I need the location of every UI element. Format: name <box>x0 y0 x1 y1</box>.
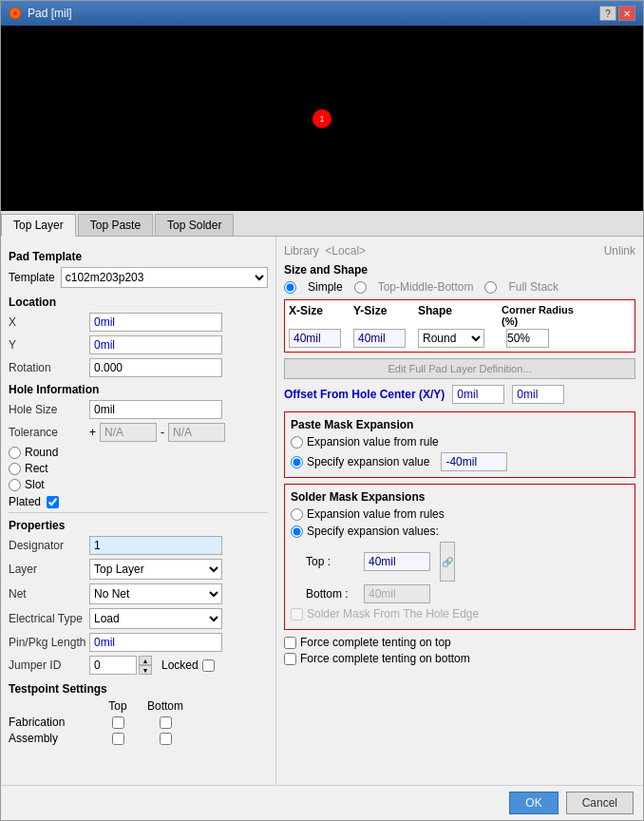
force-bottom-checkbox[interactable] <box>284 653 296 665</box>
left-panel: Pad Template Template c102m203p203 Locat… <box>1 237 276 785</box>
pad-template-label: Pad Template <box>9 250 268 263</box>
plated-checkbox[interactable] <box>47 496 59 508</box>
ss-header-row: X-Size Y-Size Shape Corner Radius (%) <box>289 304 631 327</box>
solder-from-hole-row: Solder Mask From The Hole Edge <box>291 607 629 621</box>
spin-down[interactable]: ▼ <box>139 665 152 675</box>
properties-label: Properties <box>9 519 268 532</box>
electrical-type-select[interactable]: Load <box>89 608 222 629</box>
paste-exp-specify-radio[interactable] <box>291 456 303 468</box>
spin-up[interactable]: ▲ <box>139 656 152 665</box>
template-label: Template <box>9 271 55 284</box>
paste-exp-rule-radio[interactable] <box>291 436 303 449</box>
slot-radio[interactable] <box>9 479 21 491</box>
net-select[interactable]: No Net <box>89 583 222 604</box>
x-row: X <box>9 313 268 332</box>
force-bottom-row: Force complete tenting on bottom <box>284 652 635 665</box>
display-mode-row: Simple Top-Middle-Bottom Full Stack <box>284 280 635 294</box>
library-value: <Local> <box>325 244 366 258</box>
tp-asm-bottom-checkbox[interactable] <box>160 733 172 745</box>
tp-bottom-header: Bottom <box>142 699 189 713</box>
force-top-checkbox[interactable] <box>284 637 296 649</box>
tp-fab-bottom-checkbox-container <box>142 716 189 729</box>
solder-exp-rules-row: Expansion value from rules <box>291 507 629 521</box>
pad-label: 1 <box>319 114 324 124</box>
designator-input[interactable] <box>89 536 222 555</box>
link-icon-container: 🔗 <box>440 542 455 582</box>
size-shape-label: Size and Shape <box>284 263 635 277</box>
paste-exp-rule-row: Expansion value from rule <box>291 435 629 449</box>
hole-size-row: Hole Size <box>9 400 268 419</box>
pad-icon <box>9 7 22 20</box>
library-row: Size and Shape Library <Local> Unlink <box>284 244 635 258</box>
hole-size-input[interactable] <box>89 400 222 419</box>
force-top-label: Force complete tenting on top <box>300 636 451 649</box>
x-label: X <box>9 315 89 329</box>
offset-row: Offset From Hole Center (X/Y) <box>284 385 635 404</box>
solder-top-input[interactable] <box>364 552 430 571</box>
ss-value-row: Round <box>289 329 631 348</box>
tolerance-inputs: + - <box>89 423 225 442</box>
locked-checkbox[interactable] <box>202 659 215 672</box>
edit-fullpad-button[interactable]: Edit Full Pad Layer Definition... <box>284 358 635 379</box>
paste-exp-input[interactable] <box>441 452 507 471</box>
electrical-type-row: Electrical Type Load <box>9 608 268 629</box>
locked-label: Locked <box>161 659 199 672</box>
tab-top-paste[interactable]: Top Paste <box>78 214 153 236</box>
x-size-input[interactable] <box>289 329 341 348</box>
solder-exp-rules-radio[interactable] <box>291 508 303 521</box>
tab-top-solder[interactable]: Top Solder <box>155 214 234 236</box>
bottom-bar: OK Cancel <box>1 785 643 820</box>
rect-radio[interactable] <box>9 463 21 475</box>
jumper-id-row: Jumper ID ▲ ▼ Locked <box>9 656 268 675</box>
ok-button[interactable]: OK <box>509 792 558 814</box>
close-button[interactable]: ✕ <box>618 6 635 21</box>
top-mid-bot-radio[interactable] <box>354 281 367 294</box>
solder-from-hole-checkbox[interactable] <box>291 608 303 621</box>
shape-select[interactable]: Round <box>418 329 484 348</box>
net-row: Net No Net <box>9 583 268 604</box>
tp-fab-bottom-checkbox[interactable] <box>160 716 172 729</box>
template-select[interactable]: c102m203p203 <box>61 267 268 288</box>
tp-asm-row: Assembly <box>9 732 268 745</box>
tabs-row: Top Layer Top Paste Top Solder <box>1 211 643 237</box>
y-size-input[interactable] <box>353 329 406 348</box>
tol-minus-input[interactable] <box>168 423 225 442</box>
tab-top-layer[interactable]: Top Layer <box>1 214 76 237</box>
layer-row: Layer Top Layer <box>9 559 268 580</box>
solder-bottom-input[interactable] <box>364 584 430 603</box>
designator-row: Designator <box>9 536 268 555</box>
offset-x-input[interactable] <box>452 385 504 404</box>
link-icon: 🔗 <box>440 542 455 582</box>
testpoint-section: Testpoint Settings Top Bottom Fabricatio… <box>9 682 268 745</box>
y-input[interactable] <box>89 335 222 354</box>
full-stack-label: Full Stack <box>508 280 559 294</box>
simple-radio[interactable] <box>284 281 296 294</box>
solder-exp-specify-label: Specify expansion values: <box>307 525 439 538</box>
pin-pkg-input[interactable] <box>89 633 222 652</box>
unlink-button[interactable]: Unlink <box>604 244 635 258</box>
rotation-input[interactable] <box>89 358 222 377</box>
slot-radio-row: Slot <box>9 478 268 491</box>
size-shape-table: X-Size Y-Size Shape Corner Radius (%) Ro… <box>284 299 635 353</box>
tol-plus-input[interactable] <box>100 423 157 442</box>
y-size-header: Y-Size <box>353 304 410 327</box>
right-panel: Size and Shape Library <Local> Unlink Si… <box>276 237 643 785</box>
solder-exp-specify-radio[interactable] <box>291 525 303 538</box>
pin-pkg-label: Pin/Pkg Length <box>9 636 89 649</box>
cancel-button[interactable]: Cancel <box>566 792 634 814</box>
corner-radius-input[interactable] <box>506 329 549 348</box>
force-top-row: Force complete tenting on top <box>284 636 635 649</box>
round-radio[interactable] <box>9 447 21 459</box>
tp-fab-top-checkbox[interactable] <box>112 716 124 729</box>
help-button[interactable]: ? <box>599 6 616 21</box>
layer-select[interactable]: Top Layer <box>89 559 222 580</box>
simple-label: Simple <box>308 280 343 294</box>
round-radio-row: Round <box>9 446 268 459</box>
x-input[interactable] <box>89 313 222 332</box>
full-stack-radio[interactable] <box>484 281 497 294</box>
jumper-id-input[interactable] <box>89 656 137 675</box>
tp-fab-top-checkbox-container <box>94 716 142 729</box>
tp-asm-top-checkbox[interactable] <box>112 733 124 745</box>
offset-y-input[interactable] <box>512 385 564 404</box>
offset-label: Offset From Hole Center (X/Y) <box>284 388 445 401</box>
